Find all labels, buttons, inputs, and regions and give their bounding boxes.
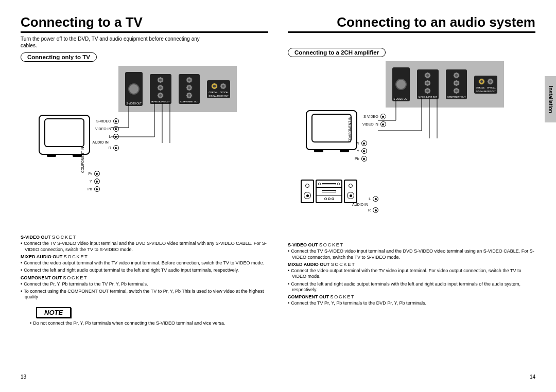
component-out-block: COMPONENT OUT — [179, 74, 200, 104]
tv-terminals-r: S-VIDEO VIDEO IN — [362, 112, 386, 129]
svideo-out-port: S-VIDEO OUT — [125, 72, 143, 106]
diagram-tv: S-VIDEO OUT MIXED AUDIO OUT COMPONENT OU… — [21, 66, 268, 230]
note-body: Do not connect the Pr, Y, Pb terminals w… — [21, 320, 237, 326]
component-in-block: COMPONENT IN Pr Y Pb — [88, 169, 100, 194]
note-label: NOTE — [36, 307, 71, 318]
title-right: Connecting to an audio system — [288, 14, 535, 33]
svideo-out-port-r: S-VIDEO OUT — [392, 67, 410, 101]
component-in-block-r: COMPONENT IN Pr Y Pb — [355, 138, 367, 164]
page-right: Connecting to an audio system Connecting… — [288, 14, 535, 382]
component-out-block-r: COMPONENT OUT — [446, 69, 467, 99]
subheading-left: Connecting only to TV — [21, 52, 97, 62]
dvd-rear-panel-r: S-VIDEO OUT MIXED AUDIO OUT COMPONENT OU… — [386, 61, 504, 108]
digital-audio-block-r: COAXIALOPTICAL DIGITAL AUDIO OUT — [474, 76, 497, 94]
title-left: Connecting to a TV — [21, 14, 268, 33]
amp-audio-in: L AUDIO IN R — [362, 194, 378, 215]
mixed-audio-block: MIXED AUDIO OUT — [150, 74, 171, 104]
tv-terminals: S-VIDEO VIDEO IN L AUDIO IN R — [95, 116, 119, 153]
diagram-audio: S-VIDEO OUT MIXED AUDIO OUT COMPONENT OU… — [288, 61, 535, 226]
side-tab: Installation — [545, 76, 556, 122]
page-num-left: 13 — [21, 374, 26, 380]
socket-instructions-left: S-VIDEO OUT SOCKET Connect the TV S-VIDE… — [21, 235, 268, 300]
subheading-right: Connecting to a 2CH amplifier — [288, 48, 386, 57]
intro-text: Turn the power off to the DVD, TV and au… — [21, 36, 216, 49]
socket-instructions-right: S-VIDEO OUT SOCKET Connect the TV S-VIDE… — [288, 242, 535, 307]
page-left: Connecting to a TV Turn the power off to… — [21, 14, 268, 382]
mixed-audio-block-r: MIXED AUDIO OUT — [417, 69, 439, 99]
audio-system-icon — [301, 180, 357, 203]
dvd-rear-panel: S-VIDEO OUT MIXED AUDIO OUT COMPONENT OU… — [118, 66, 237, 112]
digital-audio-block: COAXIALOPTICAL DIGITAL AUDIO OUT — [207, 80, 230, 98]
page-num-right: 14 — [530, 374, 535, 380]
